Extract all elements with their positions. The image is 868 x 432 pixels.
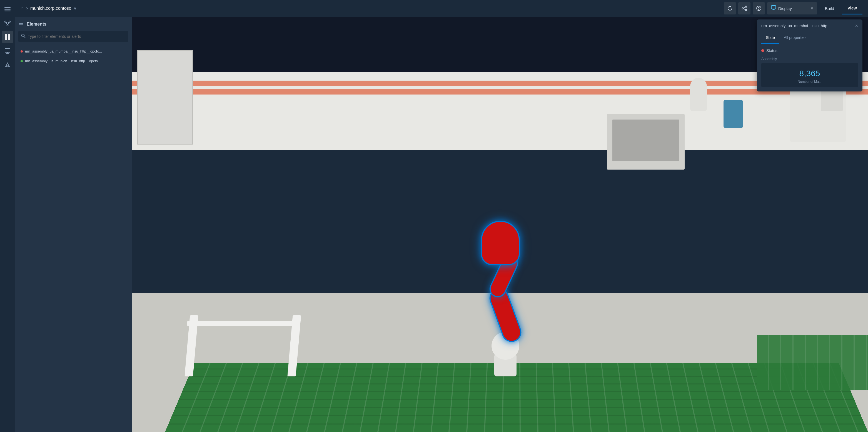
refresh-button[interactable] xyxy=(724,2,736,15)
breadcrumb: ⌂ > munich.corp.contoso ∨ xyxy=(21,5,720,11)
props-value-card: 8,365 Number of Ma... xyxy=(761,63,858,87)
home-breadcrumb[interactable]: ⌂ xyxy=(21,5,24,11)
display-icon xyxy=(771,5,776,11)
conveyor-right-lines xyxy=(757,335,868,390)
svg-point-6 xyxy=(7,25,8,26)
bg-table-surface xyxy=(612,119,679,161)
models-nav-icon[interactable] xyxy=(2,45,13,57)
status-dot-green-2 xyxy=(21,60,23,62)
svg-rect-2 xyxy=(4,10,10,11)
tab-state[interactable]: State xyxy=(761,32,779,44)
svg-point-26 xyxy=(758,9,759,10)
view-button[interactable]: View xyxy=(842,2,863,15)
svg-point-22 xyxy=(745,9,747,11)
element-item-2[interactable]: urn_assembly_ua_munich__nsu_http__opcfo.… xyxy=(18,56,128,66)
properties-panel: urn_assembly_ua_mumbai__nsu_http... × St… xyxy=(757,20,863,91)
status-dot-red-1 xyxy=(21,50,23,53)
search-icon xyxy=(21,34,26,39)
svg-rect-17 xyxy=(7,64,8,66)
feedback-button[interactable] xyxy=(753,2,765,15)
element-item-1[interactable]: urn_assembly_ua_mumbai__nsu_http__opcfo.… xyxy=(18,47,128,56)
left-navigation xyxy=(0,0,15,432)
props-assembly-label: Assembly xyxy=(761,57,858,61)
display-label: Display xyxy=(778,6,809,11)
svg-rect-10 xyxy=(5,34,7,37)
tab-all-properties[interactable]: All properties xyxy=(779,32,811,44)
element-label-1: urn_assembly_ua_mumbai__nsu_http__opcfo.… xyxy=(25,49,102,53)
svg-marker-19 xyxy=(730,6,731,7)
props-content: Status Assembly 8,365 Number of Ma... xyxy=(757,44,863,91)
svg-line-24 xyxy=(743,9,745,10)
bg-barrel xyxy=(723,100,743,128)
conveyor-frame xyxy=(187,307,299,376)
menu-icon[interactable] xyxy=(2,3,13,15)
svg-rect-27 xyxy=(771,5,776,9)
alerts-nav-icon[interactable] xyxy=(2,59,13,70)
viewport: Elements urn_assembly_ua_mumbai__nsu_htt… xyxy=(15,17,868,432)
props-close-button[interactable]: × xyxy=(855,23,858,28)
svg-rect-13 xyxy=(8,37,10,40)
bg-robot-head xyxy=(690,78,707,111)
svg-line-34 xyxy=(24,37,26,38)
route-icon[interactable] xyxy=(2,17,13,29)
conveyor-right xyxy=(757,335,868,390)
breadcrumb-label[interactable]: munich.corp.contoso xyxy=(30,6,71,11)
props-value-number: 8,365 xyxy=(799,69,820,78)
svg-point-33 xyxy=(22,34,25,37)
robot-head-piece xyxy=(481,221,520,265)
element-label-2: urn_assembly_ua_munich__nsu_http__opcfo.… xyxy=(25,59,101,63)
build-button[interactable]: Build xyxy=(819,2,840,15)
svg-rect-18 xyxy=(7,66,8,67)
svg-line-23 xyxy=(743,7,745,8)
svg-point-20 xyxy=(745,6,747,7)
svg-rect-14 xyxy=(5,48,10,52)
highlighted-robot xyxy=(492,332,519,376)
svg-rect-0 xyxy=(4,7,10,8)
props-status-dot xyxy=(761,49,764,52)
props-header: urn_assembly_ua_mumbai__nsu_http... × xyxy=(757,20,863,32)
search-input[interactable] xyxy=(28,34,126,39)
svg-rect-11 xyxy=(8,34,10,37)
frame-crossbar xyxy=(187,321,299,326)
svg-rect-12 xyxy=(5,37,7,40)
props-status-label: Status xyxy=(766,48,777,53)
breadcrumb-chevron-icon[interactable]: ∨ xyxy=(74,6,76,10)
props-status-header: Status xyxy=(761,48,858,53)
search-box[interactable] xyxy=(18,31,128,42)
svg-point-21 xyxy=(742,8,743,9)
props-title: urn_assembly_ua_mumbai__nsu_http... xyxy=(761,24,831,28)
share-button[interactable] xyxy=(738,2,750,15)
elements-nav-icon[interactable] xyxy=(2,31,13,43)
main-content: ⌂ > munich.corp.contoso ∨ xyxy=(15,0,868,432)
svg-rect-1 xyxy=(4,9,10,10)
elements-panel: Elements urn_assembly_ua_mumbai__nsu_htt… xyxy=(15,17,132,432)
top-bar-actions: Display ∨ Build View xyxy=(724,2,863,15)
props-value-sublabel: Number of Ma... xyxy=(798,80,822,84)
panel-title: Elements xyxy=(27,22,46,27)
breadcrumb-separator: > xyxy=(26,6,28,10)
display-chevron-icon: ∨ xyxy=(811,6,813,10)
panel-header: Elements xyxy=(18,21,128,27)
bg-wall-structure xyxy=(137,50,193,145)
panel-header-icon xyxy=(18,21,24,27)
display-dropdown[interactable]: Display ∨ xyxy=(767,2,817,15)
props-tabs: State All properties xyxy=(757,32,863,44)
top-bar: ⌂ > munich.corp.contoso ∨ xyxy=(15,0,868,17)
